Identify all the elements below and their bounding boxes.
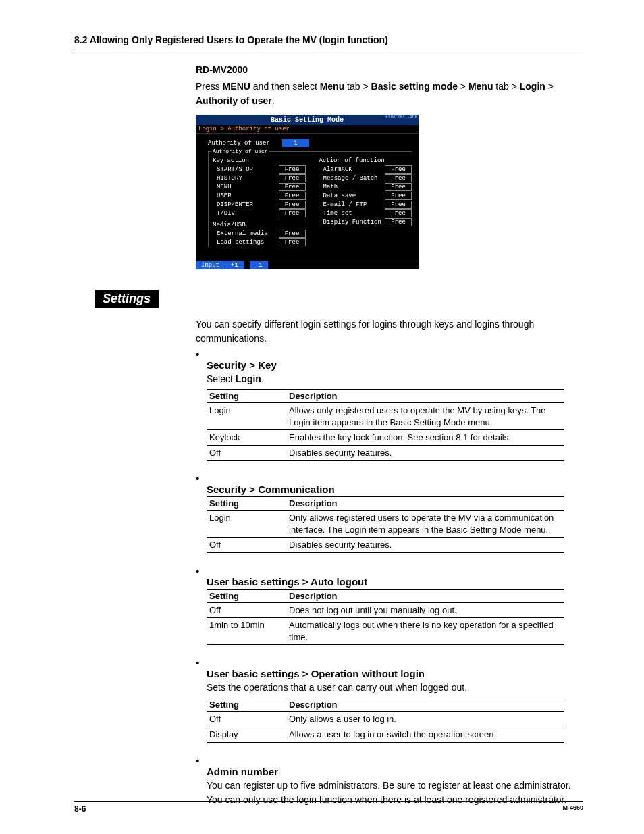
settings-heading: Settings (95, 290, 159, 308)
setting-name: Off (207, 712, 286, 727)
setting-description: Allows a user to log in or switch the op… (286, 727, 564, 743)
setting-name: Login (207, 403, 286, 430)
auth-label: Authority of user (208, 140, 270, 147)
doc-number: M-4660 (562, 804, 583, 814)
auth-value[interactable]: 1 (282, 139, 309, 147)
sec-key-table: SettingDescription LoginAllows only regi… (207, 389, 564, 461)
shot-setting-label: AlarmACK (319, 166, 352, 173)
shot-setting-label: External media (213, 230, 268, 237)
page-footer: 8-6 M-4660 (74, 801, 583, 814)
group-label: Authority of user (211, 148, 269, 154)
shot-setting-value[interactable]: Free (279, 201, 306, 209)
media-header: Media/USB (213, 221, 306, 228)
device-screenshot: Basic Setting Mode Ethernet Link Login >… (196, 115, 419, 269)
shot-setting-row: Time setFree (319, 209, 412, 217)
sec-key-sub: Select Login. (207, 372, 583, 386)
shot-setting-value[interactable]: Free (385, 192, 412, 200)
setting-name: Login (207, 511, 286, 538)
shot-setting-label: Load settings (213, 239, 264, 246)
settings-intro: You can specify different login settings… (196, 317, 583, 346)
shot-breadcrumb: Login > Authority of user (196, 125, 419, 134)
shot-setting-row: Load settingsFree (213, 238, 306, 246)
shot-setting-row: USERFree (213, 192, 306, 200)
shot-setting-label: Message / Batch (319, 175, 378, 182)
minus-button[interactable]: -1 (250, 261, 268, 269)
setting-description: Automatically logs out when there is no … (286, 618, 564, 645)
sec-auto-title: User basic settings > Auto logout (207, 576, 583, 588)
shot-setting-row: T/DIVFree (213, 209, 306, 217)
media-list: External mediaFreeLoad settingsFree (213, 230, 306, 246)
nav-instruction: Press MENU and then select Menu tab > Ba… (196, 80, 583, 108)
setting-description: Disables security features. (286, 445, 564, 461)
shot-setting-row: AlarmACKFree (319, 165, 412, 174)
bullet-icon: • (196, 755, 207, 766)
sec-key-title: Security > Key (207, 359, 583, 371)
shot-setting-label: Display Function (319, 219, 381, 226)
table-row: OffDisables security features. (207, 538, 564, 553)
shot-setting-value[interactable]: Free (279, 183, 306, 191)
sec-comm-table: SettingDescription LoginOnly allows regi… (207, 496, 564, 553)
shot-setting-label: Time set (319, 210, 352, 217)
shot-setting-row: START/STOPFree (213, 165, 306, 174)
bullet-icon: • (196, 657, 207, 669)
shot-setting-row: DISP/ENTERFree (213, 201, 306, 209)
setting-description: Only allows registered users to operate … (286, 511, 564, 538)
shot-setting-value[interactable]: Free (279, 165, 306, 174)
setting-description: Only allows a user to log in. (286, 712, 564, 727)
setting-name: Display (207, 727, 286, 743)
header-title: 8.2 Allowing Only Registered Users to Op… (74, 34, 388, 45)
shot-setting-label: T/DIV (213, 210, 235, 217)
shot-setting-row: External mediaFree (213, 230, 306, 238)
shot-setting-row: Message / BatchFree (319, 174, 412, 182)
bullet-icon: • (196, 348, 207, 360)
table-row: DisplayAllows a user to log in or switch… (207, 727, 564, 743)
table-row: OffDisables security features. (207, 445, 564, 461)
shot-setting-label: HISTORY (213, 175, 242, 182)
setting-description: Disables security features. (286, 538, 564, 553)
bullet-icon: • (196, 473, 207, 484)
shot-setting-row: MENUFree (213, 183, 306, 191)
shot-setting-value[interactable]: Free (385, 201, 412, 209)
plus-button[interactable]: +1 (225, 261, 244, 269)
input-button[interactable]: Input (196, 261, 225, 269)
setting-description: Enables the key lock function. See secti… (286, 430, 564, 446)
shot-title: Basic Setting Mode (271, 116, 344, 124)
ethernet-indicator: Ethernet Link (385, 115, 417, 119)
shot-setting-value[interactable]: Free (385, 183, 412, 191)
sec-auto-table: SettingDescription OffDoes not log out u… (207, 589, 564, 646)
shot-footer: Input +1 -1 (196, 261, 419, 269)
page-number: 8-6 (74, 804, 86, 814)
shot-setting-row: Display FunctionFree (319, 218, 412, 226)
key-action-list: START/STOPFreeHISTORYFreeMENUFreeUSERFre… (213, 165, 306, 217)
shot-setting-value[interactable]: Free (279, 209, 306, 217)
setting-name: 1min to 10min (207, 618, 286, 645)
setting-description: Does not log out until you manually log … (286, 602, 564, 618)
shot-setting-row: HISTORYFree (213, 174, 306, 182)
setting-name: Keylock (207, 430, 286, 446)
sec-op-pre: Sets the operations that a user can carr… (207, 681, 583, 695)
shot-setting-label: Data save (319, 192, 356, 199)
shot-setting-value[interactable]: Free (279, 230, 306, 238)
shot-setting-value[interactable]: Free (385, 165, 412, 174)
function-list: AlarmACKFreeMessage / BatchFreeMathFreeD… (319, 165, 412, 226)
shot-setting-value[interactable]: Free (279, 174, 306, 182)
shot-setting-value[interactable]: Free (279, 238, 306, 246)
table-row: KeylockEnables the key lock function. Se… (207, 430, 564, 446)
setting-description: Allows only registered users to operate … (286, 403, 564, 430)
shot-setting-value[interactable]: Free (385, 174, 412, 182)
shot-setting-label: DISP/ENTER (213, 201, 253, 208)
shot-setting-label: USER (213, 192, 232, 199)
shot-setting-value[interactable]: Free (385, 218, 412, 226)
setting-name: Off (207, 602, 286, 618)
left-col-header: Key action (213, 157, 306, 164)
shot-setting-row: MathFree (319, 183, 412, 191)
table-row: LoginOnly allows registered users to ope… (207, 511, 564, 538)
shot-titlebar: Basic Setting Mode Ethernet Link (196, 115, 419, 125)
shot-setting-value[interactable]: Free (279, 192, 306, 200)
bullet-icon: • (196, 565, 207, 577)
setting-name: Off (207, 445, 286, 461)
sec-op-table: SettingDescription OffOnly allows a user… (207, 698, 564, 742)
table-row: OffDoes not log out until you manually l… (207, 602, 564, 618)
sec-admin-title: Admin number (207, 766, 583, 777)
shot-setting-value[interactable]: Free (385, 209, 412, 217)
